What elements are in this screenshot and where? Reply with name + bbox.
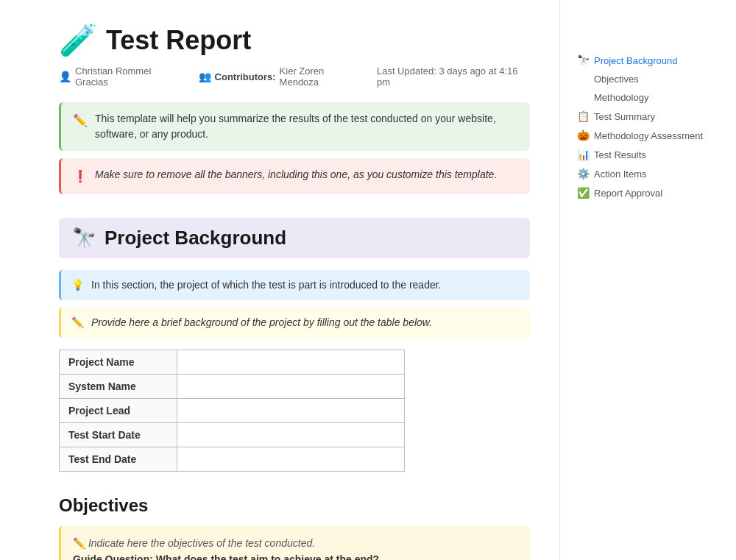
objectives-banner: ✏️ Indicate here the objectives of the t… (59, 526, 530, 560)
sidebar-label-methodology: Methodology (594, 92, 648, 103)
project-guide-text: Provide here a brief background of the p… (91, 315, 432, 330)
table-row: System Name (60, 375, 405, 399)
table-label: Project Name (60, 350, 177, 375)
green-banner-icon: ✏️ (73, 112, 88, 130)
sidebar-icon-test-summary: 📋 (576, 110, 590, 122)
sidebar-item-report-approval[interactable]: ✅Report Approval (572, 184, 710, 202)
red-banner-icon: ❗ (73, 168, 88, 185)
table-label: Project Lead (60, 399, 177, 423)
table-value[interactable] (177, 423, 404, 447)
contributors-icon: 👥 (199, 71, 211, 82)
project-table: Project NameSystem NameProject LeadTest … (59, 350, 405, 472)
contributors-value: Kier Zoren Mendoza (280, 65, 362, 88)
green-banner: ✏️ This template will help you summarize… (59, 102, 530, 151)
sidebar-icon-test-results: 📊 (576, 149, 590, 160)
author-icon: 👤 (59, 71, 71, 82)
info-banner-icon: 💡 (71, 277, 84, 293)
header-emoji: 🧪 (59, 22, 97, 58)
main-content: 🧪 Test Report 👤 Christian Rommel Gracias… (0, 0, 559, 560)
page-header: 🧪 Test Report (59, 22, 530, 58)
contributors-meta: 👥 Contributors: Kier Zoren Mendoza (199, 65, 362, 88)
objectives-guide-icon: ✏️ (73, 537, 88, 549)
objectives-guide-text: Indicate here the objectives of the test… (88, 537, 315, 549)
table-label: Test End Date (60, 447, 177, 472)
sidebar-label-objectives: Objectives (594, 74, 639, 85)
sidebar-icon-action-items: ⚙️ (576, 168, 590, 180)
table-value[interactable] (177, 399, 404, 423)
table-label: Test Start Date (60, 423, 177, 447)
last-updated-text: Last Updated: 3 days ago at 4:16 pm (377, 65, 530, 88)
objectives-guide-question: Guide Question: What does the test aim t… (73, 553, 379, 560)
table-row: Test Start Date (60, 423, 405, 447)
project-info-text: In this section, the project of which th… (91, 277, 441, 293)
sidebar-item-action-items[interactable]: ⚙️Action Items (572, 165, 710, 182)
sidebar-label-project-background: Project Background (594, 55, 677, 66)
table-value[interactable] (177, 350, 404, 375)
table-row: Project Lead (60, 399, 405, 423)
meta-row: 👤 Christian Rommel Gracias 👥 Contributor… (59, 65, 530, 88)
project-guide-banner: ✏️ Provide here a brief background of th… (59, 308, 530, 338)
red-banner: ❗ Make sure to remove all the banners, i… (59, 158, 530, 194)
sidebar-label-test-results: Test Results (594, 149, 646, 160)
objectives-title: Objectives (59, 495, 530, 516)
author-name: Christian Rommel Gracias (75, 65, 184, 88)
sidebar-label-report-approval: Report Approval (594, 188, 662, 199)
table-value[interactable] (177, 447, 404, 472)
green-banner-text: This template will help you summarize th… (95, 111, 518, 142)
sidebar-item-methodology-assessment[interactable]: 🎃Methodology Assessment (572, 127, 710, 144)
sidebar-label-methodology-assessment: Methodology Assessment (594, 130, 703, 141)
project-background-title: Project Background (105, 227, 286, 249)
last-updated-meta: Last Updated: 3 days ago at 4:16 pm (377, 65, 530, 88)
sidebar-item-methodology[interactable]: Methodology (572, 89, 710, 106)
author-meta: 👤 Christian Rommel Gracias (59, 65, 184, 88)
sidebar-label-test-summary: Test Summary (594, 111, 655, 122)
sidebar-icon-project-background: 🔭 (576, 54, 590, 66)
table-label: System Name (60, 375, 177, 399)
sidebar-icon-report-approval: ✅ (576, 187, 590, 199)
objectives-section: Objectives ✏️ Indicate here the objectiv… (59, 495, 530, 560)
table-value[interactable] (177, 375, 404, 399)
sidebar-item-test-results[interactable]: 📊Test Results (572, 146, 710, 163)
sidebar-item-test-summary[interactable]: 📋Test Summary (572, 107, 710, 125)
sidebar-item-objectives[interactable]: Objectives (572, 71, 710, 88)
red-banner-text: Make sure to remove all the banners, inc… (95, 167, 497, 182)
sidebar-icon-methodology-assessment: 🎃 (576, 130, 590, 141)
sidebar-label-action-items: Action Items (594, 169, 647, 180)
project-info-banner: 💡 In this section, the project of which … (59, 270, 530, 300)
project-background-header: 🔭 Project Background (59, 218, 530, 258)
sidebar-item-project-background[interactable]: 🔭Project Background (572, 52, 710, 69)
page-title: Test Report (106, 25, 251, 56)
table-row: Test End Date (60, 447, 405, 472)
table-row: Project Name (60, 350, 405, 375)
project-background-emoji: 🔭 (72, 227, 96, 249)
guide-banner-icon: ✏️ (71, 315, 84, 330)
sidebar: 🔭Project BackgroundObjectivesMethodology… (559, 0, 721, 560)
contributors-label: Contributors: (215, 71, 276, 82)
